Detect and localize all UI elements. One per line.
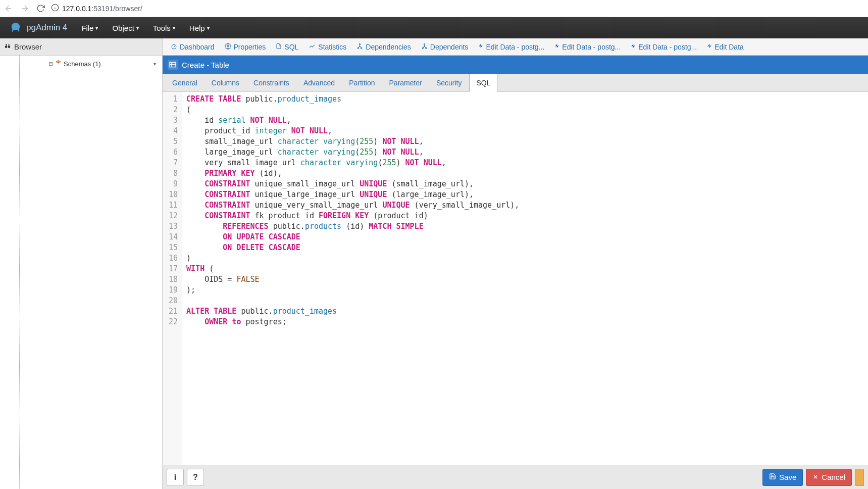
svg-point-3: [5, 45, 8, 48]
tab-edit-data-postg-[interactable]: Edit Data - postg...: [626, 38, 702, 55]
tab-statistics[interactable]: Statistics: [303, 38, 351, 55]
line-gutter: 12345678910111213141516171819202122: [163, 92, 182, 465]
help-button[interactable]: ?: [187, 469, 204, 486]
save-icon: [769, 473, 776, 481]
tree-node-schemas[interactable]: ⊟ Schemas (1) ▾: [0, 59, 162, 69]
svg-point-14: [426, 47, 427, 48]
save-button[interactable]: Save: [762, 469, 803, 486]
svg-point-9: [360, 43, 361, 44]
file-icon: [276, 43, 282, 51]
cogs-icon: [225, 43, 231, 51]
dialog-tab-partition[interactable]: Partition: [342, 74, 381, 91]
tree-node-label: Schemas (1): [64, 60, 101, 68]
svg-point-11: [361, 47, 362, 48]
info-icon[interactable]: [51, 4, 59, 13]
close-icon: [812, 473, 819, 481]
bolt-icon: [554, 42, 559, 51]
chevron-down-icon[interactable]: ▾: [154, 61, 156, 67]
svg-point-13: [422, 47, 423, 48]
dialog-title-text: Create - Table: [182, 61, 229, 69]
svg-marker-16: [555, 44, 559, 48]
dialog-tab-constraints[interactable]: Constraints: [247, 74, 296, 91]
chevron-down-icon: ▾: [136, 25, 139, 31]
svg-point-12: [424, 43, 425, 44]
bolt-icon: [707, 42, 712, 51]
create-table-dialog: Create - Table GeneralColumnsConstraints…: [163, 56, 868, 489]
browser-panel-title: Browser: [14, 42, 42, 51]
svg-point-8: [227, 45, 228, 46]
svg-marker-18: [707, 44, 711, 48]
menu-object[interactable]: Object▾: [112, 24, 138, 32]
elephant-icon: [9, 21, 22, 34]
brand-text: pgAdmin 4: [26, 23, 67, 33]
svg-point-4: [8, 45, 11, 48]
dialog-tab-parameter[interactable]: Parameter: [383, 74, 429, 91]
svg-rect-6: [9, 44, 10, 46]
reload-icon[interactable]: [36, 4, 45, 13]
link-icon: [356, 43, 363, 51]
dialog-tab-sql[interactable]: SQL: [469, 74, 497, 92]
binoculars-icon: [4, 42, 11, 51]
chevron-down-icon: ▾: [173, 25, 175, 31]
cancel-button[interactable]: Cancel: [806, 469, 852, 486]
browser-panel-header[interactable]: Browser: [0, 38, 162, 56]
svg-rect-5: [6, 44, 7, 46]
back-icon[interactable]: [4, 4, 13, 13]
main-area: DashboardPropertiesSQLStatisticsDependen…: [163, 38, 868, 489]
browser-chrome: 127.0.0.1:53191/browser/: [0, 0, 868, 17]
sql-code-area[interactable]: CREATE TABLE public.product_images( id s…: [182, 92, 523, 465]
main-tabstrip: DashboardPropertiesSQLStatisticsDependen…: [163, 38, 868, 56]
table-icon: [168, 60, 178, 70]
dialog-titlebar[interactable]: Create - Table: [163, 56, 868, 74]
menu-file[interactable]: File▾: [81, 24, 98, 32]
forward-icon[interactable]: [20, 4, 29, 13]
chevron-down-icon: ▾: [207, 25, 210, 31]
reset-button[interactable]: [855, 469, 864, 486]
info-button[interactable]: i: [167, 469, 184, 486]
tab-dependencies[interactable]: Dependencies: [351, 38, 416, 55]
dialog-tab-advanced[interactable]: Advanced: [297, 74, 341, 91]
bolt-icon: [478, 42, 483, 51]
dialog-footer: i ? Save Cancel: [163, 465, 868, 489]
tab-edit-data-postg-[interactable]: Edit Data - postg...: [473, 38, 549, 55]
menu-tools[interactable]: Tools▾: [153, 24, 175, 32]
dashboard-icon: [171, 43, 177, 51]
tree-collapse-icon[interactable]: ⊟: [48, 61, 53, 67]
link-icon: [421, 43, 428, 51]
sql-editor[interactable]: 12345678910111213141516171819202122 CREA…: [163, 92, 868, 465]
tab-dashboard[interactable]: Dashboard: [166, 38, 220, 55]
dialog-tabstrip: GeneralColumnsConstraintsAdvancedPartiti…: [163, 74, 868, 92]
object-tree[interactable]: ⊟ Schemas (1) ▾: [0, 56, 162, 489]
tab-properties[interactable]: Properties: [220, 38, 271, 55]
bolt-icon: [631, 42, 636, 51]
svg-marker-15: [479, 44, 483, 48]
tab-sql[interactable]: SQL: [271, 38, 303, 55]
url-bar[interactable]: 127.0.0.1:53191/browser/: [62, 5, 142, 13]
tab-edit-data[interactable]: Edit Data: [702, 38, 749, 55]
schema-icon: [55, 60, 62, 68]
chart-icon: [309, 43, 316, 51]
svg-point-10: [358, 47, 359, 48]
pgadmin-logo[interactable]: pgAdmin 4: [9, 21, 67, 34]
dialog-tab-general[interactable]: General: [166, 74, 204, 91]
tab-edit-data-postg-[interactable]: Edit Data - postg...: [549, 38, 626, 55]
dialog-tab-security[interactable]: Security: [430, 74, 469, 91]
tab-dependents[interactable]: Dependents: [416, 38, 474, 55]
svg-marker-17: [632, 44, 636, 48]
pgadmin-menubar: pgAdmin 4 File▾Object▾Tools▾Help▾: [0, 17, 868, 38]
browser-sidebar: Browser ⊟ Schemas (1) ▾: [0, 38, 163, 489]
chevron-down-icon: ▾: [95, 25, 98, 31]
menu-help[interactable]: Help▾: [189, 24, 210, 32]
dialog-tab-columns[interactable]: Columns: [205, 74, 246, 91]
